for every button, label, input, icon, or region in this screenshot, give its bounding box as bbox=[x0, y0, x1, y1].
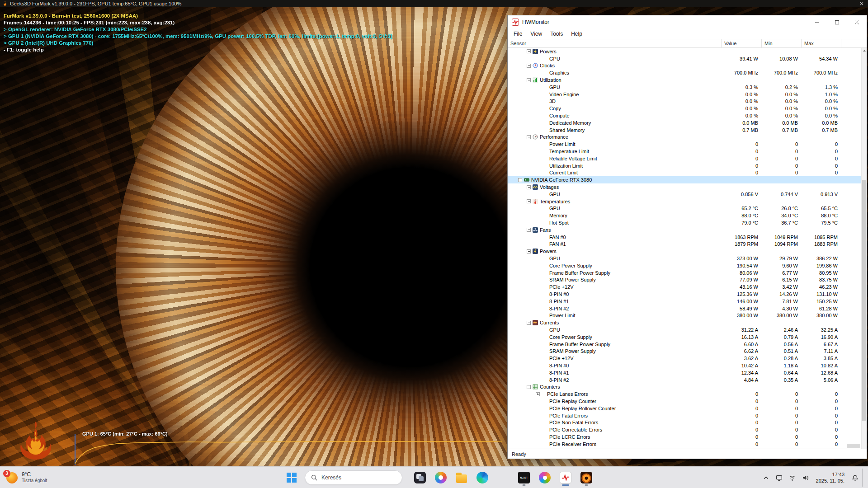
sensor-row[interactable]: FAN #01863 RPM1049 RPM1895 RPM bbox=[508, 234, 861, 241]
collapse-icon[interactable] bbox=[527, 64, 531, 68]
column-header-value[interactable]: Value bbox=[722, 39, 762, 47]
taskbar-app-nzxt-cam[interactable]: NZXT bbox=[514, 469, 533, 487]
network-wifi-icon[interactable] bbox=[786, 469, 798, 487]
furmark-close-icon[interactable] bbox=[860, 2, 863, 5]
search-input[interactable]: Keresés bbox=[305, 470, 402, 485]
sensor-row[interactable]: 8-PIN #258.49 W4.30 W61.28 W bbox=[508, 305, 861, 312]
sensor-group-row[interactable]: Powers bbox=[508, 48, 861, 55]
sensor-row[interactable]: PCIe Replay Counter000 bbox=[508, 398, 861, 405]
sensor-row[interactable]: PCIe Receiver Errors000 bbox=[508, 441, 861, 448]
sensor-row[interactable]: GPU65.2 °C26.8 °C65.5 °C bbox=[508, 205, 861, 212]
taskbar-app-hwmonitor[interactable] bbox=[556, 469, 575, 487]
sensor-row[interactable]: PCIe Fatal Errors000 bbox=[508, 412, 861, 419]
sensor-row[interactable]: Copy0.0 %0.0 %0.0 % bbox=[508, 105, 861, 112]
close-button[interactable] bbox=[847, 15, 867, 29]
column-header-max[interactable]: Max bbox=[802, 39, 841, 47]
horizontal-scroll-grip[interactable] bbox=[847, 444, 860, 448]
scrollbar-thumb[interactable] bbox=[862, 180, 866, 421]
sensor-row[interactable]: PCIe Replay Rollover Counter000 bbox=[508, 405, 861, 412]
taskbar-app-file-explorer[interactable] bbox=[452, 469, 471, 487]
collapse-icon[interactable] bbox=[527, 185, 531, 189]
menu-item-tools[interactable]: Tools bbox=[546, 31, 567, 37]
sensor-row[interactable]: Dedicated Memory0.0 MB0.0 MB0.0 MB bbox=[508, 119, 861, 127]
start-button[interactable] bbox=[282, 469, 301, 487]
menu-item-help[interactable]: Help bbox=[567, 31, 586, 37]
taskbar-app-copilot[interactable] bbox=[431, 469, 450, 487]
sensor-group-row[interactable]: Counters bbox=[508, 383, 861, 390]
vertical-scrollbar[interactable] bbox=[861, 48, 867, 449]
sensor-group-row[interactable]: Fans bbox=[508, 226, 861, 234]
sensor-row[interactable]: Graphics700.0 MHz700.0 MHz700.0 MHz bbox=[508, 69, 861, 76]
sensor-row[interactable]: SRAM Power Supply6.62 A0.51 A7.11 A bbox=[508, 347, 861, 355]
sensor-group-row[interactable]: Utilization bbox=[508, 76, 861, 84]
collapse-icon[interactable] bbox=[527, 321, 531, 325]
hwmonitor-titlebar[interactable]: HWMonitor bbox=[508, 15, 867, 29]
sensor-row[interactable]: Compute0.0 %0.0 %0.0 % bbox=[508, 112, 861, 119]
monitor-tray-icon[interactable] bbox=[773, 469, 785, 487]
sensor-row[interactable]: Shared Memory0.7 MB0.7 MB0.7 MB bbox=[508, 127, 861, 134]
sensor-row[interactable]: PCIe Non Fatal Errors000 bbox=[508, 419, 861, 426]
sensor-row[interactable]: 8-PIN #24.84 A0.35 A5.06 A bbox=[508, 376, 861, 384]
sensor-row[interactable]: FAN #11879 RPM1094 RPM1883 RPM bbox=[508, 241, 861, 248]
sensor-group-row[interactable]: Voltages bbox=[508, 183, 861, 191]
sensor-row[interactable]: 8-PIN #0125.36 W14.26 W131.10 W bbox=[508, 291, 861, 298]
sensor-row[interactable]: 3D0.0 %0.0 %0.0 % bbox=[508, 98, 861, 105]
sensor-row[interactable]: Reliable Voltage Limit000 bbox=[508, 155, 861, 162]
collapse-icon[interactable] bbox=[527, 135, 531, 139]
sensor-row[interactable]: Frame Buffer Power Supply80.06 W6.77 W80… bbox=[508, 269, 861, 277]
sensor-group-row[interactable]: Performance bbox=[508, 134, 861, 141]
sensor-row[interactable]: GPU373.00 W29.79 W386.22 W bbox=[508, 255, 861, 262]
sensor-row[interactable]: Hot Spot79.0 °C36.7 °C79.5 °C bbox=[508, 219, 861, 226]
sensor-row[interactable]: GPU0.3 %0.2 %1.3 % bbox=[508, 84, 861, 91]
column-header-min[interactable]: Min bbox=[762, 39, 802, 47]
sensor-row[interactable]: PCIe LCRC Errors000 bbox=[508, 433, 861, 441]
sensor-group-row[interactable]: Currents bbox=[508, 319, 861, 326]
taskbar-app-microsoft-365[interactable] bbox=[494, 469, 513, 487]
menu-item-view[interactable]: View bbox=[526, 31, 546, 37]
taskbar-app-task-view[interactable] bbox=[410, 469, 429, 487]
device-row[interactable]: NVIDIA GeForce RTX 3080 bbox=[508, 176, 861, 183]
minimize-button[interactable] bbox=[807, 15, 827, 29]
sensor-row[interactable]: Utilization Limit000 bbox=[508, 162, 861, 169]
collapse-icon[interactable] bbox=[527, 199, 531, 203]
collapse-icon[interactable] bbox=[527, 228, 531, 232]
collapse-icon[interactable] bbox=[518, 178, 522, 182]
sensor-row[interactable]: Current Limit000 bbox=[508, 169, 861, 177]
sensor-group-row[interactable]: Clocks bbox=[508, 62, 861, 70]
sensor-row[interactable]: Core Power Supply16.13 A0.79 A16.90 A bbox=[508, 333, 861, 341]
sensor-row[interactable]: PCIe Correctable Errors000 bbox=[508, 426, 861, 433]
sensor-row[interactable]: Temperature Limit000 bbox=[508, 148, 861, 155]
hidden-icons-chevron-icon[interactable] bbox=[760, 469, 772, 487]
expand-icon[interactable] bbox=[536, 392, 540, 396]
sensor-row[interactable]: 8-PIN #1146.00 W7.81 W150.25 W bbox=[508, 298, 861, 305]
menu-item-file[interactable]: File bbox=[509, 31, 526, 37]
collapse-icon[interactable] bbox=[527, 49, 531, 53]
sensor-row[interactable]: PCIe Lanes Errors000 bbox=[508, 390, 861, 398]
sensor-row[interactable]: 8-PIN #010.42 A1.18 A10.82 A bbox=[508, 362, 861, 369]
collapse-icon[interactable] bbox=[527, 385, 531, 389]
collapse-icon[interactable] bbox=[527, 78, 531, 82]
sensor-row[interactable]: 8-PIN #112.34 A0.64 A12.68 A bbox=[508, 369, 861, 376]
sensor-row[interactable]: Frame Buffer Power Supply6.60 A0.56 A6.6… bbox=[508, 341, 861, 348]
sensor-row[interactable]: Power Limit380.00 W380.00 W380.00 W bbox=[508, 312, 861, 319]
maximize-button[interactable] bbox=[827, 15, 847, 29]
sensor-row[interactable]: Video Engine0.0 %0.0 %1.0 % bbox=[508, 91, 861, 98]
sensor-row[interactable]: Core Power Supply190.54 W9.60 W199.86 W bbox=[508, 262, 861, 269]
sensor-row[interactable]: Power Limit000 bbox=[508, 141, 861, 148]
sensor-row[interactable]: SRAM Power Supply77.09 W6.15 W83.75 W bbox=[508, 277, 861, 284]
sensor-row[interactable]: PCIe +12V3.62 A0.28 A3.85 A bbox=[508, 355, 861, 362]
taskbar-app-photos[interactable] bbox=[535, 469, 554, 487]
taskbar-clock[interactable]: 17:43 2025. 11. 05. bbox=[812, 471, 848, 484]
collapse-icon[interactable] bbox=[527, 249, 531, 253]
sensor-row[interactable]: Memory88.0 °C34.0 °C88.0 °C bbox=[508, 212, 861, 219]
taskbar-app-edge[interactable] bbox=[473, 469, 492, 487]
sensor-row[interactable]: GPU0.856 V0.744 V0.913 V bbox=[508, 191, 861, 198]
taskbar-app-furmark[interactable] bbox=[577, 469, 596, 487]
sensor-row[interactable]: GPU39.41 W10.08 W54.34 W bbox=[508, 55, 861, 62]
scroll-up-icon[interactable] bbox=[862, 48, 867, 53]
notification-bell-icon[interactable] bbox=[849, 469, 861, 487]
widgets-weather-button[interactable]: 3 9°C Tiszta égbolt bbox=[2, 469, 52, 487]
sensor-group-row[interactable]: Powers bbox=[508, 248, 861, 255]
column-header-sensor[interactable]: Sensor bbox=[508, 39, 722, 47]
show-desktop-button[interactable] bbox=[862, 469, 864, 487]
